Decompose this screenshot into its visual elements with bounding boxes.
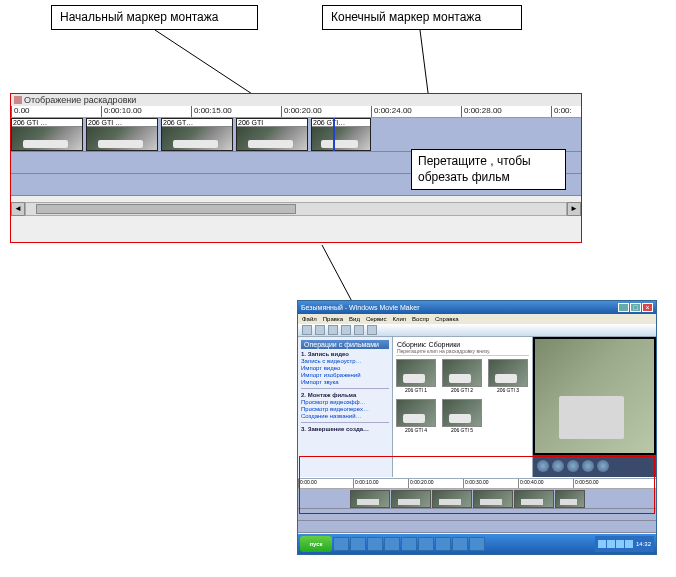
toolbar-button[interactable] xyxy=(315,325,325,335)
ruler-tick: 0:00: xyxy=(551,106,641,117)
toolbar-button[interactable] xyxy=(367,325,377,335)
clip[interactable] xyxy=(555,490,585,508)
video-track[interactable]: 206 GTI … 206 GTI … 206 GT… 206 GTI 206 … xyxy=(11,118,581,152)
trim-tooltip: Перетащите , чтобы обрезать фильм xyxy=(411,149,566,190)
mm-audio-track[interactable] xyxy=(298,509,656,521)
minimize-button[interactable]: _ xyxy=(618,303,629,312)
toolbar-button[interactable] xyxy=(328,325,338,335)
preview-video[interactable] xyxy=(535,339,654,453)
ruler-tick: 0:00:24.00 xyxy=(371,106,461,117)
tasks-pane: Операции с фильмами 1. Запись видео Запи… xyxy=(298,337,393,477)
task-link[interactable]: Создание названий… xyxy=(301,413,389,419)
mm-title-track[interactable] xyxy=(298,521,656,533)
scroll-right-button[interactable]: ► xyxy=(567,202,581,216)
windows-taskbar[interactable]: пуск 14:32 xyxy=(298,534,656,554)
clip[interactable] xyxy=(350,490,390,508)
prev-button[interactable] xyxy=(567,460,579,472)
tray-clock[interactable]: 14:32 xyxy=(634,541,651,547)
play-button[interactable] xyxy=(537,460,549,472)
taskbar-item[interactable] xyxy=(333,537,349,551)
clip-thumb xyxy=(237,127,307,150)
taskbar-item[interactable] xyxy=(401,537,417,551)
system-tray[interactable]: 14:32 xyxy=(595,536,654,552)
collection-header: Сборник: Сборники Перетащите клип на рас… xyxy=(396,340,529,356)
menubar[interactable]: Файл Правка Вид Сервис Клип Воспр Справк… xyxy=(298,314,656,324)
tray-icon[interactable] xyxy=(607,540,615,548)
toolbar-button[interactable] xyxy=(354,325,364,335)
clip[interactable]: 206 GTI … xyxy=(11,118,83,151)
clip[interactable] xyxy=(391,490,431,508)
taskbar-item[interactable] xyxy=(469,537,485,551)
clip-thumb xyxy=(442,399,482,427)
task-link[interactable]: 2. Монтаж фильма xyxy=(301,392,389,398)
start-button[interactable]: пуск xyxy=(300,536,332,552)
task-link[interactable]: 1. Запись видео xyxy=(301,351,389,357)
clip-thumb xyxy=(396,399,436,427)
mm-ruler[interactable]: 0:00.00 0:00:10.00 0:00:20.00 0:00:30.00… xyxy=(298,479,656,489)
task-link[interactable]: Просмотр видеоперех… xyxy=(301,406,389,412)
taskbar-item[interactable] xyxy=(350,537,366,551)
window-titlebar[interactable]: Безымянный - Windows Movie Maker _ □ × xyxy=(298,301,656,314)
collection-item[interactable]: 206 GTI 2 xyxy=(442,359,482,393)
clip[interactable] xyxy=(473,490,513,508)
toolbar-button[interactable] xyxy=(341,325,351,335)
timeline-scrollbar[interactable]: ◄ ► xyxy=(11,200,581,218)
tray-icon[interactable] xyxy=(616,540,624,548)
task-link[interactable]: Импорт видео xyxy=(301,365,389,371)
collection-pane: Сборник: Сборники Перетащите клип на рас… xyxy=(393,337,533,477)
stop-button[interactable] xyxy=(552,460,564,472)
collection-item[interactable]: 206 GTI 5 xyxy=(442,399,482,433)
ruler-tick: 0:00:15.00 xyxy=(191,106,281,117)
taskbar-item[interactable] xyxy=(384,537,400,551)
clip[interactable]: 206 GTI … xyxy=(86,118,158,151)
tasks-header: Операции с фильмами xyxy=(301,340,389,349)
taskbar-item[interactable] xyxy=(435,537,451,551)
clip[interactable] xyxy=(432,490,472,508)
clip[interactable]: 206 GT… xyxy=(161,118,233,151)
task-link[interactable]: Просмотр видеоэфф… xyxy=(301,399,389,405)
split-button[interactable] xyxy=(597,460,609,472)
clip-thumb xyxy=(87,127,157,150)
menu-item[interactable]: Сервис xyxy=(366,316,387,322)
collection-item[interactable]: 206 GTI 1 xyxy=(396,359,436,393)
task-link[interactable]: Импорт звука xyxy=(301,379,389,385)
task-link[interactable]: Импорт изображений xyxy=(301,372,389,378)
menu-item[interactable]: Правка xyxy=(323,316,343,322)
taskbar-item[interactable] xyxy=(367,537,383,551)
scroll-track[interactable] xyxy=(25,202,567,216)
clip[interactable] xyxy=(514,490,554,508)
playhead-start-marker[interactable] xyxy=(333,118,335,151)
ruler-tick: 0:00:20.00 xyxy=(281,106,371,117)
clip-thumb xyxy=(488,359,528,387)
toolbar-button[interactable] xyxy=(302,325,312,335)
tray-icon[interactable] xyxy=(598,540,606,548)
menu-item[interactable]: Справка xyxy=(435,316,459,322)
taskbar-item[interactable] xyxy=(452,537,468,551)
menu-item[interactable]: Клип xyxy=(392,316,406,322)
timeline-title-text: Отображение раскадровки xyxy=(24,95,136,105)
window-title: Безымянный - Windows Movie Maker xyxy=(301,304,419,311)
ruler-tick: 0.00 xyxy=(11,106,101,117)
tray-icon[interactable] xyxy=(625,540,633,548)
task-link[interactable]: 3. Завершение созда… xyxy=(301,426,389,432)
mm-video-track[interactable] xyxy=(298,489,656,509)
preview-controls xyxy=(533,455,656,477)
menu-item[interactable]: Воспр xyxy=(412,316,429,322)
clip[interactable]: 206 GTI xyxy=(236,118,308,151)
scroll-left-button[interactable]: ◄ xyxy=(11,202,25,216)
timeline-ruler[interactable]: 0.00 0:00:10.00 0:00:15.00 0:00:20.00 0:… xyxy=(11,106,581,118)
ruler-tick: 0:00:28.00 xyxy=(461,106,551,117)
clip-thumb xyxy=(312,127,370,150)
next-button[interactable] xyxy=(582,460,594,472)
taskbar-item[interactable] xyxy=(418,537,434,551)
collection-item[interactable]: 206 GTI 3 xyxy=(488,359,528,393)
task-link[interactable]: Запись с видеоустр… xyxy=(301,358,389,364)
close-button[interactable]: × xyxy=(642,303,653,312)
toolbar[interactable] xyxy=(298,324,656,337)
menu-item[interactable]: Вид xyxy=(349,316,360,322)
scroll-thumb[interactable] xyxy=(36,204,296,214)
clip[interactable]: 206 GTI… xyxy=(311,118,371,151)
collection-item[interactable]: 206 GTI 4 xyxy=(396,399,436,433)
menu-item[interactable]: Файл xyxy=(302,316,317,322)
maximize-button[interactable]: □ xyxy=(630,303,641,312)
